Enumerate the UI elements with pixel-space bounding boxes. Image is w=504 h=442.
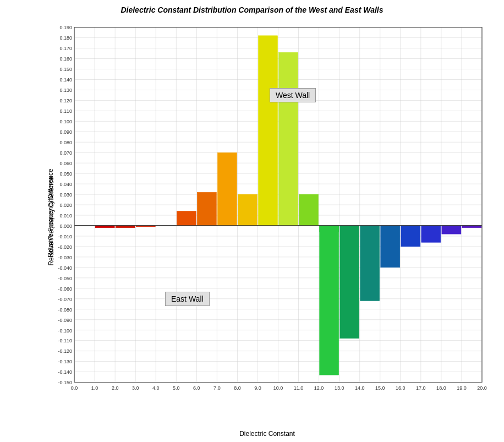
svg-text:14.0: 14.0 [355,385,365,391]
svg-text:0.0: 0.0 [71,385,78,391]
svg-text:-0.100: -0.100 [58,328,73,334]
chart-area: 0.1900.1800.1700.1600.1500.1400.1300.120… [41,22,493,403]
svg-text:0.030: 0.030 [60,192,73,198]
svg-text:12.0: 12.0 [314,385,324,391]
svg-text:0.170: 0.170 [60,46,73,52]
svg-text:15.0: 15.0 [375,385,385,391]
svg-text:10.0: 10.0 [273,385,283,391]
svg-text:3.0: 3.0 [132,385,139,391]
svg-rect-121 [258,36,277,226]
svg-text:-0.140: -0.140 [58,370,73,375]
svg-text:0.070: 0.070 [60,150,73,156]
svg-rect-127 [360,226,380,301]
svg-text:5.0: 5.0 [173,385,180,391]
svg-text:-0.110: -0.110 [58,339,73,344]
svg-text:18.0: 18.0 [436,385,446,391]
svg-text:0.120: 0.120 [60,98,73,103]
svg-text:0.140: 0.140 [60,77,73,83]
svg-text:-0.030: -0.030 [58,255,73,260]
svg-text:20.0: 20.0 [477,385,487,391]
svg-text:16.0: 16.0 [396,385,406,391]
svg-text:-0.150: -0.150 [58,380,73,386]
svg-text:9.0: 9.0 [254,385,261,391]
y-axis-label-text: Relative Frequency Difference [47,177,55,265]
svg-text:0.050: 0.050 [60,171,73,177]
svg-rect-119 [217,152,237,226]
chart-svg: 0.1900.1800.1700.1600.1500.1400.1300.120… [41,22,493,403]
svg-text:-0.050: -0.050 [58,276,73,281]
chart-title: Dielectric Constant Distribution Compari… [0,0,504,17]
svg-text:-0.080: -0.080 [58,307,73,313]
svg-rect-125 [320,226,339,375]
svg-text:0.040: 0.040 [60,182,73,187]
svg-text:17.0: 17.0 [416,385,426,391]
svg-rect-126 [340,226,359,339]
svg-text:6.0: 6.0 [193,385,200,391]
west-wall-label: West Wall [270,88,316,102]
svg-text:0.150: 0.150 [60,67,73,73]
east-wall-label: East Wall [165,292,210,306]
svg-text:0.110: 0.110 [60,108,73,114]
x-axis-label: Dielectric Constant [41,430,493,438]
svg-text:0.180: 0.180 [60,36,73,41]
svg-text:0.130: 0.130 [60,88,73,93]
svg-rect-128 [381,226,400,268]
svg-rect-118 [197,192,216,226]
svg-text:0.080: 0.080 [60,140,73,145]
svg-text:8.0: 8.0 [234,385,241,391]
svg-rect-117 [177,211,196,226]
svg-text:13.0: 13.0 [335,385,344,391]
svg-text:0.090: 0.090 [60,129,73,135]
svg-rect-131 [442,226,461,234]
svg-text:0.190: 0.190 [60,25,73,31]
svg-text:-0.040: -0.040 [58,265,73,271]
svg-text:1.0: 1.0 [91,385,98,391]
svg-text:0.160: 0.160 [60,57,73,62]
svg-rect-120 [238,194,257,226]
svg-text:-0.010: -0.010 [58,234,73,239]
svg-text:4.0: 4.0 [152,385,160,391]
svg-text:2.0: 2.0 [112,385,119,391]
svg-text:-0.130: -0.130 [58,359,73,365]
svg-rect-123 [299,194,319,226]
svg-text:0.020: 0.020 [60,203,73,208]
svg-text:0.060: 0.060 [60,161,73,166]
svg-text:19.0: 19.0 [457,385,467,391]
svg-rect-122 [279,52,298,226]
svg-text:-0.060: -0.060 [58,286,73,292]
svg-text:7.0: 7.0 [213,385,221,391]
svg-rect-130 [421,226,441,242]
svg-text:-0.020: -0.020 [58,244,73,250]
svg-text:11.0: 11.0 [294,385,304,391]
svg-text:-0.090: -0.090 [58,318,73,323]
chart-container: Dielectric Constant Distribution Compari… [0,0,504,442]
svg-text:-0.120: -0.120 [58,349,73,354]
svg-rect-129 [401,226,420,247]
svg-text:0.000: 0.000 [60,223,73,229]
svg-text:0.100: 0.100 [60,119,73,124]
svg-text:-0.070: -0.070 [58,297,73,302]
svg-text:0.010: 0.010 [60,213,73,219]
